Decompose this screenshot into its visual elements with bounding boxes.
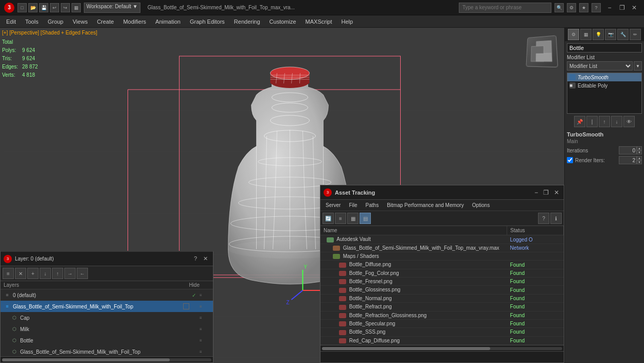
table-row[interactable]: Bottle_Glossiness.png Found [320, 286, 564, 294]
close-button[interactable]: ✕ [629, 2, 640, 13]
menu-create[interactable]: Create [93, 16, 118, 27]
asset-menu-file[interactable]: File [346, 202, 360, 209]
layer-row[interactable]: ⬡ Cap ≡ [1, 312, 213, 323]
menu-customize[interactable]: Customize [265, 16, 300, 27]
table-row[interactable]: Bottle_Refraction_Glossiness.png Found [320, 311, 564, 319]
undo-btn[interactable]: ↩ [50, 3, 59, 12]
workspace-dropdown[interactable]: Workspace: Default ▼ [84, 3, 140, 13]
table-row[interactable]: Autodesk Vault Logged O [320, 235, 564, 244]
mod-pin-btn[interactable]: 📌 [574, 116, 585, 127]
window-controls: − ❐ ✕ [604, 2, 640, 13]
navigation-cube[interactable] [523, 33, 559, 69]
nav-btn1[interactable]: ⚙ [567, 3, 576, 12]
new-btn[interactable]: □ [17, 3, 27, 12]
iterations-up-btn[interactable]: ▲ [637, 146, 642, 150]
asset-tb-4[interactable]: ▤ [360, 213, 371, 224]
table-row[interactable]: Bottle_Normal.png Found [320, 294, 564, 302]
rp-tab-4[interactable]: 📷 [605, 29, 616, 40]
menu-edit[interactable]: Edit [2, 16, 20, 27]
mod-move-dn-btn[interactable]: ↓ [611, 116, 622, 127]
asset-menu-bitmap[interactable]: Bitmap Performance and Memory [384, 202, 467, 209]
modifier-editablepolyitem[interactable]: ■ Editable Poly [567, 81, 641, 90]
asset-close-btn[interactable]: ✕ [552, 189, 561, 196]
restore-button[interactable]: ❐ [616, 2, 628, 13]
table-row[interactable]: Bottle_Refract.png Found [320, 303, 564, 311]
layer-tool-1[interactable]: ≡ [3, 268, 14, 279]
object-name-field[interactable] [567, 43, 642, 53]
col-name[interactable]: Name [320, 226, 507, 235]
menu-maxscript[interactable]: MAXScript [301, 16, 336, 27]
layer-row[interactable]: ⬡ Milk ≡ [1, 323, 213, 335]
render-iters-up-btn[interactable]: ▲ [637, 156, 642, 160]
iterations-down-btn[interactable]: ▼ [637, 150, 642, 154]
rp-tab-2[interactable]: ▦ [580, 29, 592, 40]
rp-tab-5[interactable]: 🔧 [617, 29, 629, 40]
table-row[interactable]: Bottle_Fog_Color.png Found [320, 269, 564, 277]
table-row[interactable]: Bottle_Diffuse.png Found [320, 261, 564, 269]
col-status[interactable]: Status [507, 226, 564, 235]
asset-tb-help[interactable]: ? [538, 213, 549, 224]
nav-btn2[interactable]: ★ [579, 3, 588, 12]
layer-panel-logo: 3 [4, 255, 12, 263]
asset-tb-2[interactable]: ≡ [335, 213, 346, 224]
asset-tb-3[interactable]: ▦ [347, 213, 359, 224]
modifier-dropdown-arrow[interactable]: ▼ [634, 61, 642, 71]
asset-scrollbar-horizontal[interactable] [320, 345, 564, 351]
open-btn[interactable]: 📂 [28, 3, 38, 12]
menu-animation[interactable]: Animation [151, 16, 185, 27]
layer-row[interactable]: ⬡ Bottle ≡ [1, 335, 213, 346]
modifier-turbosmoothitem[interactable]: TurboSmooth [567, 73, 641, 81]
mod-show-btn[interactable]: 👁 [623, 116, 635, 127]
layer-row-check: ✓ [190, 291, 198, 299]
rp-tab-1[interactable]: ⚙ [568, 29, 579, 40]
redo-btn[interactable]: ↪ [61, 3, 70, 12]
render-iters-input[interactable] [619, 156, 637, 164]
layer-scrollbar[interactable] [1, 356, 213, 362]
rp-tab-6[interactable]: ✏ [630, 29, 641, 40]
asset-menu-paths[interactable]: Paths [363, 202, 382, 209]
table-row[interactable]: Bottle_SSS.png Found [320, 328, 564, 336]
menu-group[interactable]: Group [44, 16, 68, 27]
search-btn[interactable]: 🔍 [554, 3, 564, 12]
layer-tool-add[interactable]: + [27, 268, 39, 279]
layer-tool-6[interactable]: → [64, 268, 76, 279]
asset-menu-server[interactable]: Server [323, 202, 344, 209]
menu-help[interactable]: Help [337, 16, 357, 27]
layer-row[interactable]: ≡ 0 (default) ✓ ≡ [1, 289, 213, 301]
help-btn[interactable]: ? [592, 3, 601, 12]
layer-panel-close[interactable]: ✕ [201, 255, 210, 262]
mod-move-up-btn[interactable]: ↑ [599, 116, 610, 127]
layer-tool-5[interactable]: ↑ [52, 268, 63, 279]
asset-tb-1[interactable]: 🔄 [323, 213, 334, 224]
rp-tab-3[interactable]: 💡 [593, 29, 604, 40]
menu-rendering[interactable]: Rendering [230, 16, 264, 27]
asset-tb-info[interactable]: ℹ [550, 213, 562, 224]
menu-modifiers[interactable]: Modifiers [119, 16, 150, 27]
layer-panel-question[interactable]: ? [192, 255, 199, 262]
search-input[interactable] [459, 3, 551, 13]
table-row[interactable]: Glass_Bottle_of_Semi-Skimmed_Milk_with_F… [320, 244, 564, 252]
layer-tool-4[interactable]: ↓ [40, 268, 51, 279]
modifier-select[interactable]: Modifier List [567, 61, 633, 71]
layer-row[interactable]: ≡ Glass_Bottle_of_Semi-Skimmed_Milk_with… [1, 301, 213, 312]
asset-restore-btn[interactable]: ❐ [542, 189, 550, 196]
layer-tool-delete[interactable]: ✕ [15, 268, 26, 279]
minimize-button[interactable]: − [604, 2, 615, 13]
menu-views[interactable]: Views [68, 16, 92, 27]
layer-tool-7[interactable]: ← [77, 268, 88, 279]
table-row[interactable]: Red_Cap_Diffuse.png Found [320, 336, 564, 344]
menu-tools[interactable]: Tools [21, 16, 43, 27]
asset-minimize-btn[interactable]: − [533, 189, 540, 196]
save-btn[interactable]: 💾 [39, 3, 48, 12]
table-row[interactable]: Maps / Shaders [320, 252, 564, 261]
table-row[interactable]: Bottle_Fresnel.png Found [320, 278, 564, 286]
layer-row[interactable]: ⬡ Glass_Bottle_of_Semi-Skimmed_Milk_with… [1, 346, 213, 356]
render-iters-checkbox[interactable] [567, 157, 573, 163]
mod-params-btn[interactable]: | [586, 116, 598, 127]
asset-menu-options[interactable]: Options [469, 202, 493, 209]
render-iters-down-btn[interactable]: ▼ [637, 160, 642, 164]
menu-graph-editors[interactable]: Graph Editors [186, 16, 229, 27]
table-row[interactable]: Bottle_Specular.png Found [320, 319, 564, 327]
render-setup-btn[interactable]: ▦ [71, 3, 81, 12]
iterations-input[interactable] [619, 146, 637, 154]
